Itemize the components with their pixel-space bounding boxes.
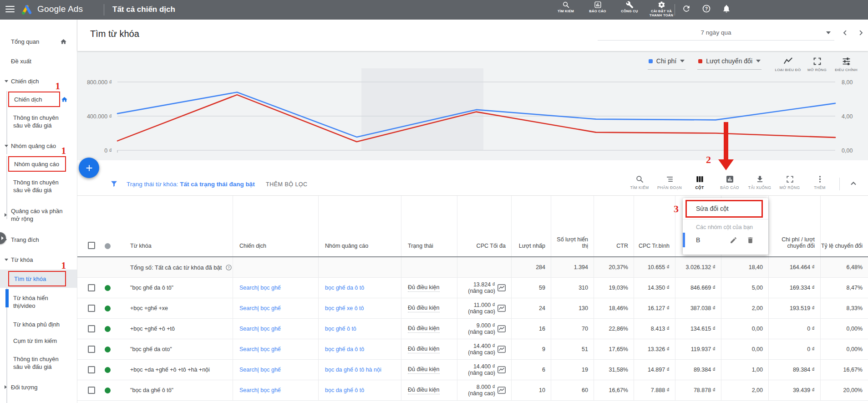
- sidebar-item[interactable]: Đề xuất: [0, 51, 77, 71]
- next-period-icon[interactable]: [857, 29, 865, 37]
- sidebar-item[interactable]: Đối tượng: [0, 377, 77, 397]
- topbar-divider: [104, 4, 104, 15]
- campaign-link[interactable]: Search| bọc ghế: [239, 346, 281, 352]
- chevron-up-icon[interactable]: [849, 179, 858, 188]
- sidebar-item[interactable]: Từ khóa hiển thị/video: [0, 288, 77, 316]
- refresh-icon[interactable]: [682, 4, 691, 13]
- edit-pencil-icon[interactable]: [730, 236, 737, 244]
- sidebar-item[interactable]: Cụm từ tìm kiếm: [0, 332, 77, 349]
- notifications-bell-icon[interactable]: [722, 4, 731, 13]
- add-filter-button[interactable]: THÊM BỘ LỌC: [266, 181, 308, 188]
- sidebar-item[interactable]: Trang đích: [0, 230, 77, 250]
- tool-reportfill-button[interactable]: BÁO CÁO: [718, 175, 741, 190]
- sidebar-item[interactable]: Tìm từ khóa1: [0, 270, 77, 288]
- row-checkbox[interactable]: [88, 284, 95, 291]
- active-filter-chip[interactable]: Trạng thái từ khóa: Tất cả trạng thái đa…: [127, 181, 255, 188]
- column-header-conv_rate[interactable]: Tỷ lệ chuyển đổi: [821, 196, 868, 256]
- sidebar-item[interactable]: Từ khóa phủ định: [0, 316, 77, 332]
- ad_group-link[interactable]: bọc ghế da ô tô: [325, 346, 364, 352]
- group-color-bar: [683, 233, 685, 247]
- date-range-select[interactable]: 7 ngày qua: [598, 25, 834, 41]
- mini-chart-icon[interactable]: [497, 387, 506, 394]
- ad_group-link[interactable]: bọc ghế xe ô tô: [325, 305, 364, 311]
- info-icon[interactable]: ?: [225, 264, 232, 271]
- tool-expand-button[interactable]: MỞ RỘNG: [778, 175, 802, 190]
- column-header-impressions[interactable]: Số lượt hiển thị: [551, 196, 594, 256]
- ad_group-link[interactable]: bọc ghế da ô tô: [325, 285, 364, 291]
- add-keyword-fab[interactable]: [79, 158, 99, 178]
- chart-button-adjust[interactable]: ĐIỀU CHỈNH: [832, 55, 861, 72]
- svg-text:800.000 ₫: 800.000 ₫: [87, 79, 112, 86]
- sidebar-item[interactable]: Chiến dịch1: [0, 91, 77, 107]
- column-header-ctr[interactable]: CTR: [594, 196, 634, 256]
- campaign-link[interactable]: Search| bọc ghế: [239, 387, 281, 393]
- delete-trash-icon[interactable]: [746, 236, 754, 244]
- tool-more-button[interactable]: THÊM: [808, 175, 832, 190]
- mini-chart-icon[interactable]: [497, 305, 506, 312]
- select-all-checkbox[interactable]: [88, 242, 95, 249]
- mini-chart-icon[interactable]: [497, 284, 506, 291]
- sidebar-item[interactable]: Quảng cáo và phần mở rộng: [0, 200, 77, 230]
- column-header-clicks[interactable]: Lượt nhấp: [512, 196, 551, 256]
- cell-max_cpc: 8.000 ₫(nâng cao): [457, 380, 512, 400]
- sidebar-item[interactable]: Thông tin chuyên sâu về đấu giá: [0, 349, 77, 377]
- previous-period-icon[interactable]: [841, 29, 849, 37]
- column-header-campaign[interactable]: Chiến dịch: [233, 196, 319, 256]
- table-body: "bọc ghế da ô tô"Search| bọc ghếbọc ghế …: [77, 278, 868, 401]
- metric-select-cost[interactable]: Chi phí: [648, 55, 685, 70]
- search-icon: [562, 1, 570, 9]
- topbar-wrench-button[interactable]: CÔNG CỤ: [615, 1, 644, 17]
- edit-columns-menu-item[interactable]: Sửa đổi cột: [683, 198, 768, 219]
- cell-status: Đủ điều kiện: [401, 339, 457, 359]
- sidebar-item[interactable]: Nhóm quảng cáo1: [0, 156, 77, 172]
- caret-right-icon: [5, 213, 7, 217]
- tool-search-button[interactable]: TÌM KIẾM: [628, 175, 651, 190]
- row-checkbox[interactable]: [88, 366, 95, 373]
- chart-button-charttype[interactable]: LOẠI BIỂU ĐỒ: [773, 55, 802, 72]
- ad_group-link[interactable]: bọc da ghế ô tô: [325, 387, 364, 393]
- row-checkbox[interactable]: [88, 346, 95, 353]
- total-cell-ad_group: [319, 257, 401, 277]
- mini-chart-icon[interactable]: [497, 325, 506, 332]
- ad_group-link[interactable]: bọc ghế ô tô: [325, 326, 356, 332]
- hamburger-menu-icon[interactable]: [5, 6, 15, 13]
- column-header-ad_group[interactable]: Nhóm quảng cáo: [319, 196, 401, 256]
- sidebar-item[interactable]: Tổng quan: [0, 32, 77, 51]
- column-group-item[interactable]: B: [683, 231, 768, 249]
- cell-avg_cpc: 8.413 ₫: [634, 319, 675, 339]
- ad_group-link[interactable]: bọc da ghế ô tô hà nội: [325, 367, 381, 373]
- column-header-keyword[interactable]: Từ khóa: [117, 196, 233, 256]
- tool-download-button[interactable]: TẢI XUỐNG: [748, 175, 772, 190]
- row-checkbox[interactable]: [88, 325, 95, 332]
- chart-button-expand[interactable]: MỞ RỘNG: [802, 55, 832, 72]
- topbar-search-button[interactable]: TÌM KIẾM: [552, 1, 580, 17]
- filter-bar: Trạng thái từ khóa: Tất cả trạng thái đa…: [77, 172, 868, 196]
- campaign-link[interactable]: Search| bọc ghế: [239, 305, 281, 311]
- cell-cost_per_conv: 39.439 ₫: [769, 380, 821, 400]
- topbar-report-button[interactable]: BÁO CÁO: [584, 1, 612, 17]
- campaign-link[interactable]: Search| bọc ghế: [239, 285, 281, 291]
- column-header-status[interactable]: Trạng thái: [401, 196, 457, 256]
- mini-chart-icon[interactable]: [497, 366, 506, 373]
- campaign-link[interactable]: Search| bọc ghế: [239, 367, 281, 373]
- svg-text:?: ?: [705, 6, 708, 11]
- column-header-cost_per_conv[interactable]: Chi phí / lượt chuyển đổi: [769, 196, 821, 256]
- row-checkbox[interactable]: [88, 387, 95, 394]
- tool-segment-button[interactable]: PHÂN ĐOẠN: [658, 175, 681, 190]
- mini-chart-icon[interactable]: [497, 346, 506, 353]
- column-header-avg_cpc[interactable]: CPC Tr.bình: [634, 196, 675, 256]
- tool-columns-button[interactable]: CỘT: [688, 175, 711, 190]
- column-header-max_cpc[interactable]: CPC Tối đa: [457, 196, 512, 256]
- topbar-gear-button[interactable]: CÀI ĐẶT VÀ THANH TOÁN: [647, 1, 675, 17]
- help-icon[interactable]: ?: [702, 4, 711, 13]
- metric-select-conversions[interactable]: Lượt chuyển đổi: [697, 55, 761, 70]
- row-checkbox[interactable]: [88, 305, 95, 312]
- svg-text:0 ₫: 0 ₫: [104, 148, 112, 154]
- sidebar-item[interactable]: Thông tin chuyên sâu về đấu giá: [0, 172, 77, 200]
- campaign-link[interactable]: Search| bọc ghế: [239, 326, 281, 332]
- cell-avg_cpc: 14.350 ₫: [634, 278, 675, 298]
- sidebar-item[interactable]: Thông tin chuyên sâu về đấu giá: [0, 107, 77, 136]
- sidebar-item[interactable]: Chiến dịch: [0, 71, 77, 91]
- topbar-button-label: TÌM KIẾM: [558, 10, 574, 14]
- cell-cost_per_conv: 0 ₫: [769, 339, 821, 359]
